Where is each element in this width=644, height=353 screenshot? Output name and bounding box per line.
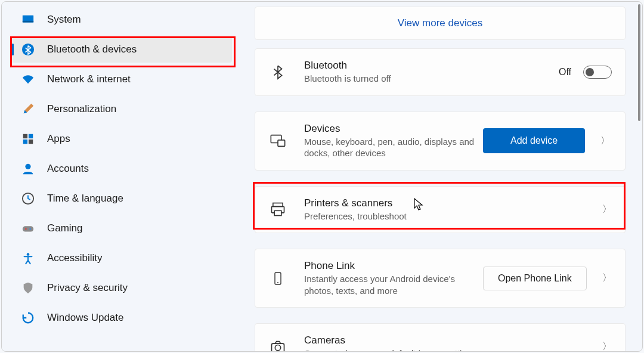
svg-rect-6 [29, 140, 33, 144]
toggle-state-label: Off [559, 67, 571, 78]
sidebar-item-accounts[interactable]: Accounts [10, 156, 232, 182]
apps-icon [21, 132, 35, 146]
card-title: Devices [304, 123, 483, 135]
card-title: Bluetooth [304, 60, 559, 72]
sidebar-item-label: Accessibility [47, 252, 103, 264]
card-subtitle: Mouse, keyboard, pen, audio, displays an… [304, 136, 483, 159]
sidebar-item-label: Accounts [47, 163, 89, 175]
phone-link-card[interactable]: Phone Link Instantly access your Android… [255, 249, 626, 308]
accessibility-icon [21, 251, 35, 265]
chevron-right-icon: 〉 [602, 203, 612, 216]
clock-icon [21, 191, 35, 206]
settings-content: View more devices Bluetooth Bluetooth is… [236, 2, 642, 351]
sidebar-item-label: Bluetooth & devices [47, 44, 137, 55]
card-title: Printers & scanners [304, 197, 599, 209]
printer-icon [268, 201, 287, 218]
sidebar-item-label: Network & internet [47, 73, 131, 85]
cameras-card[interactable]: Cameras Connected cameras, default image… [255, 323, 626, 351]
sidebar-item-time-language[interactable]: Time & language [10, 185, 232, 212]
paintbrush-icon [21, 102, 35, 116]
accounts-icon [21, 162, 35, 176]
svg-rect-14 [278, 140, 285, 147]
sidebar-item-label: System [47, 14, 81, 26]
view-more-devices-link[interactable]: View more devices [255, 7, 626, 40]
bluetooth-card[interactable]: Bluetooth Bluetooth is turned off Off [255, 48, 626, 96]
svg-point-12 [27, 253, 30, 256]
sidebar-item-label: Time & language [47, 193, 123, 205]
devices-card[interactable]: Devices Mouse, keyboard, pen, audio, dis… [255, 112, 626, 171]
sidebar-item-bluetooth-devices[interactable]: Bluetooth & devices [10, 36, 232, 63]
phone-icon [268, 270, 287, 287]
svg-point-11 [29, 228, 31, 230]
printers-scanners-card[interactable]: Printers & scanners Preferences, trouble… [255, 186, 626, 234]
sidebar-item-label: Windows Update [47, 312, 124, 324]
chevron-right-icon: 〉 [602, 272, 612, 284]
sidebar-item-apps[interactable]: Apps [10, 126, 232, 152]
svg-rect-1 [23, 21, 33, 23]
sidebar-item-windows-update[interactable]: Windows Update [10, 305, 232, 331]
svg-rect-15 [273, 203, 283, 207]
gaming-icon [21, 221, 35, 236]
svg-rect-5 [23, 140, 27, 144]
open-phone-link-button[interactable]: Open Phone Link [483, 267, 587, 290]
sidebar-item-privacy[interactable]: Privacy & security [10, 275, 232, 301]
sidebar-item-label: Apps [47, 133, 70, 145]
svg-rect-4 [29, 134, 33, 138]
devices-icon [268, 132, 287, 149]
sidebar-item-network[interactable]: Network & internet [10, 66, 232, 92]
sidebar-item-accessibility[interactable]: Accessibility [10, 245, 232, 271]
settings-sidebar: System Bluetooth & devices Network & int… [2, 2, 236, 351]
shield-icon [21, 281, 35, 295]
sidebar-item-personalization[interactable]: Personalization [10, 96, 232, 122]
chevron-right-icon: 〉 [602, 340, 612, 351]
bluetooth-icon [268, 64, 287, 80]
svg-point-10 [25, 228, 27, 230]
svg-rect-3 [23, 134, 27, 138]
sidebar-item-label: Personalization [47, 103, 116, 115]
add-device-button[interactable]: Add device [483, 128, 585, 153]
svg-point-19 [277, 282, 278, 283]
card-subtitle: Preferences, troubleshoot [304, 210, 599, 222]
bluetooth-toggle[interactable] [583, 66, 612, 79]
svg-point-21 [275, 345, 280, 350]
sidebar-item-system[interactable]: System [10, 7, 232, 33]
card-title: Phone Link [304, 260, 483, 272]
card-subtitle: Connected cameras, default image setting… [304, 348, 599, 351]
svg-rect-17 [274, 211, 281, 216]
system-icon [21, 13, 35, 27]
camera-icon [268, 339, 287, 351]
bluetooth-icon [21, 42, 35, 57]
wifi-icon [21, 72, 35, 86]
update-icon [21, 311, 35, 325]
scrollbar-thumb[interactable] [638, 4, 640, 121]
chevron-right-icon: 〉 [600, 135, 610, 147]
sidebar-item-gaming[interactable]: Gaming [10, 215, 232, 241]
card-title: Cameras [304, 335, 599, 346]
card-subtitle: Bluetooth is turned off [304, 73, 559, 85]
svg-rect-9 [23, 226, 33, 231]
sidebar-item-label: Privacy & security [47, 282, 128, 294]
sidebar-item-label: Gaming [47, 222, 83, 234]
view-more-label: View more devices [398, 17, 482, 29]
card-subtitle: Instantly access your Android device's p… [304, 273, 483, 296]
svg-point-7 [25, 164, 30, 169]
